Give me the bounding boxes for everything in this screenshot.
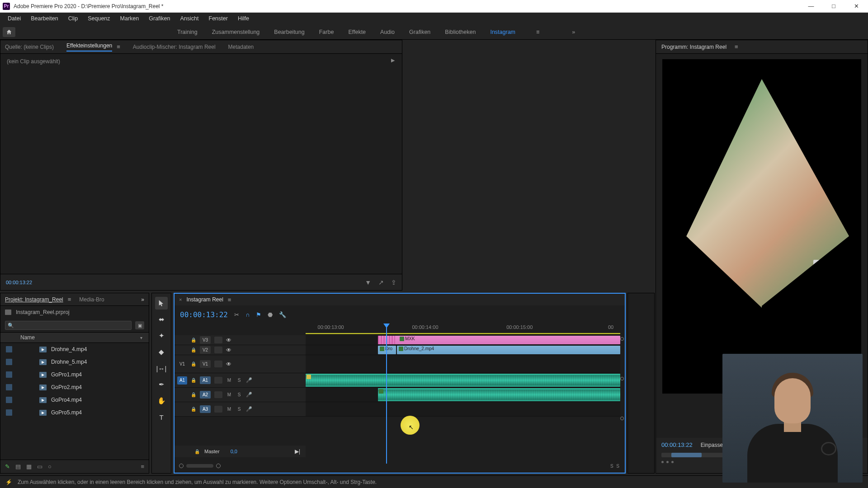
linked-selection-icon[interactable]: ∩ bbox=[245, 311, 250, 318]
list-item[interactable]: ▶GoPro1.mp4 bbox=[0, 368, 149, 381]
track-select-tool[interactable]: ⬌ bbox=[155, 313, 168, 326]
mute-button[interactable]: M bbox=[226, 407, 232, 412]
list-item[interactable]: ▶GoPro5.mp4 bbox=[0, 406, 149, 419]
filter-icon[interactable]: ▼ bbox=[365, 279, 371, 286]
tab-projekt[interactable]: Projekt: Instagram_Reel bbox=[5, 296, 63, 303]
workspace-menu-icon[interactable]: ≡ bbox=[536, 29, 539, 35]
lock-icon[interactable]: 🔒 bbox=[191, 361, 196, 366]
mute-button[interactable]: M bbox=[226, 392, 232, 397]
timeline-timecode[interactable]: 00:00:13:22 bbox=[180, 310, 228, 319]
list-item[interactable]: ▶Drohne_5.mp4 bbox=[0, 356, 149, 368]
clip-video[interactable]: Drohne_2.mp4 bbox=[397, 346, 620, 354]
playhead[interactable] bbox=[386, 324, 387, 464]
track-label[interactable]: A2 bbox=[200, 391, 211, 399]
menu-marken[interactable]: Marken bbox=[116, 14, 143, 23]
source-patch[interactable]: V1 bbox=[177, 361, 187, 366]
track-label[interactable]: A3 bbox=[200, 405, 211, 413]
panel-menu-icon[interactable]: ≡ bbox=[68, 296, 71, 303]
panel-menu-icon[interactable]: ≡ bbox=[735, 43, 738, 50]
workspace-training[interactable]: Training bbox=[177, 29, 198, 35]
add-marker-icon[interactable]: ⚑ bbox=[256, 311, 261, 318]
close-icon[interactable]: ✕ bbox=[851, 3, 862, 9]
collapse-icon[interactable]: ▶ bbox=[391, 57, 395, 63]
ripple-edit-tool[interactable]: ✦ bbox=[155, 329, 168, 342]
panel-menu-icon[interactable]: ≡ bbox=[228, 296, 231, 303]
menu-sequenz[interactable]: Sequenz bbox=[84, 14, 114, 23]
eye-icon[interactable]: 👁 bbox=[226, 337, 231, 343]
list-item[interactable]: ▶GoPro2.mp4 bbox=[0, 381, 149, 394]
menu-datei[interactable]: Datei bbox=[4, 14, 25, 23]
toggle-output-icon[interactable] bbox=[214, 406, 222, 413]
voice-over-icon[interactable]: 🎤 bbox=[246, 406, 252, 412]
toggle-output-icon[interactable] bbox=[214, 337, 222, 343]
settings-icon[interactable]: 🔧 bbox=[279, 311, 286, 318]
time-ruler[interactable]: 00:00:13:00 00:00:14:00 00:00:15:00 00 bbox=[306, 324, 620, 334]
workspace-bearbeitung[interactable]: Bearbeitung bbox=[274, 29, 304, 35]
hand-tool[interactable]: ✋ bbox=[155, 394, 168, 407]
track-label[interactable]: A1 bbox=[200, 376, 211, 384]
export-frame-icon[interactable]: ↗ bbox=[378, 279, 384, 286]
tab-metadaten[interactable]: Metadaten bbox=[228, 44, 254, 50]
source-patch[interactable]: A1 bbox=[177, 376, 187, 385]
clip-graphic[interactable]: MXK bbox=[378, 336, 620, 344]
menu-grafiken[interactable]: Grafiken bbox=[145, 14, 174, 23]
freeform-view-icon[interactable]: ▭ bbox=[37, 463, 42, 470]
tab-quelle[interactable]: Quelle: (keine Clips) bbox=[5, 44, 54, 50]
mute-button[interactable]: M bbox=[226, 378, 232, 383]
track-label[interactable]: V3 bbox=[200, 336, 211, 344]
workspace-zusammenstellung[interactable]: Zusammenstellung bbox=[212, 29, 260, 35]
lock-icon[interactable]: 🔒 bbox=[194, 449, 200, 454]
solo-button[interactable]: S bbox=[236, 392, 242, 397]
lock-icon[interactable]: 🔒 bbox=[191, 378, 196, 383]
list-item[interactable]: ▶GoPro4.mp4 bbox=[0, 394, 149, 406]
program-timecode[interactable]: 00:00:13:22 bbox=[661, 441, 693, 448]
maximize-icon[interactable]: □ bbox=[828, 3, 839, 9]
slip-tool[interactable]: |↔| bbox=[155, 362, 168, 375]
zoom-slider-icon[interactable]: ○ bbox=[48, 463, 52, 470]
program-viewer[interactable] bbox=[662, 59, 861, 394]
solo-button[interactable]: S bbox=[236, 378, 242, 383]
zoom-scrollbar[interactable] bbox=[186, 464, 213, 468]
eye-icon[interactable]: 👁 bbox=[226, 361, 231, 367]
new-bin-icon[interactable]: ✎ bbox=[5, 463, 10, 470]
lock-icon[interactable]: 🔒 bbox=[191, 347, 196, 352]
source-timecode[interactable]: 00:00:13:22 bbox=[6, 280, 32, 285]
type-tool[interactable]: T bbox=[155, 411, 168, 423]
snap-icon[interactable]: ✂ bbox=[234, 311, 239, 318]
lock-icon[interactable]: 🔒 bbox=[191, 392, 196, 397]
menu-clip[interactable]: Clip bbox=[64, 14, 82, 23]
menu-ansicht[interactable]: Ansicht bbox=[176, 14, 203, 23]
workspace-audio[interactable]: Audio bbox=[380, 29, 395, 35]
tab-media-browser[interactable]: Media-Bro bbox=[79, 296, 104, 303]
zoom-out-icon[interactable] bbox=[179, 464, 184, 468]
toggle-output-icon[interactable] bbox=[214, 361, 222, 367]
pen-tool[interactable]: ✒ bbox=[155, 378, 168, 391]
track-label[interactable]: V1 bbox=[200, 360, 211, 368]
razor-tool[interactable]: ◆ bbox=[155, 346, 168, 358]
workspace-instagram[interactable]: Instagram bbox=[490, 29, 515, 35]
zoom-in-icon[interactable] bbox=[216, 464, 221, 468]
share-icon[interactable]: ⇪ bbox=[391, 279, 396, 286]
workspace-farbe[interactable]: Farbe bbox=[319, 29, 334, 35]
panel-menu-icon[interactable]: ≡ bbox=[117, 43, 120, 50]
overflow-icon[interactable]: » bbox=[141, 296, 144, 303]
panel-options-icon[interactable]: ≡ bbox=[141, 463, 144, 470]
master-value[interactable]: 0,0 bbox=[231, 449, 237, 454]
workspace-effekte[interactable]: Effekte bbox=[348, 29, 366, 35]
search-input[interactable]: 🔍 bbox=[5, 321, 132, 330]
eye-icon[interactable]: 👁 bbox=[226, 347, 231, 353]
workspace-overflow-icon[interactable]: » bbox=[572, 29, 575, 35]
lock-icon[interactable]: 🔒 bbox=[191, 407, 196, 412]
list-view-icon[interactable]: ▤ bbox=[15, 463, 21, 470]
sequence-name[interactable]: Instagram Reel bbox=[186, 296, 223, 303]
solo-button[interactable]: S bbox=[236, 407, 242, 412]
new-item-icon[interactable]: ▣ bbox=[135, 321, 144, 329]
play-around-icon[interactable]: ▶| bbox=[295, 448, 300, 455]
clip-video[interactable]: Dro bbox=[378, 346, 396, 354]
toggle-output-icon[interactable] bbox=[214, 377, 222, 384]
tab-audioclip-mischer[interactable]: Audioclip-Mischer: Instagram Reel bbox=[133, 44, 216, 50]
icon-view-icon[interactable]: ▦ bbox=[26, 463, 32, 470]
column-sort-icon[interactable]: ▾ bbox=[140, 335, 142, 340]
clip-audio[interactable] bbox=[378, 388, 620, 401]
menu-bearbeiten[interactable]: Bearbeiten bbox=[27, 14, 62, 23]
